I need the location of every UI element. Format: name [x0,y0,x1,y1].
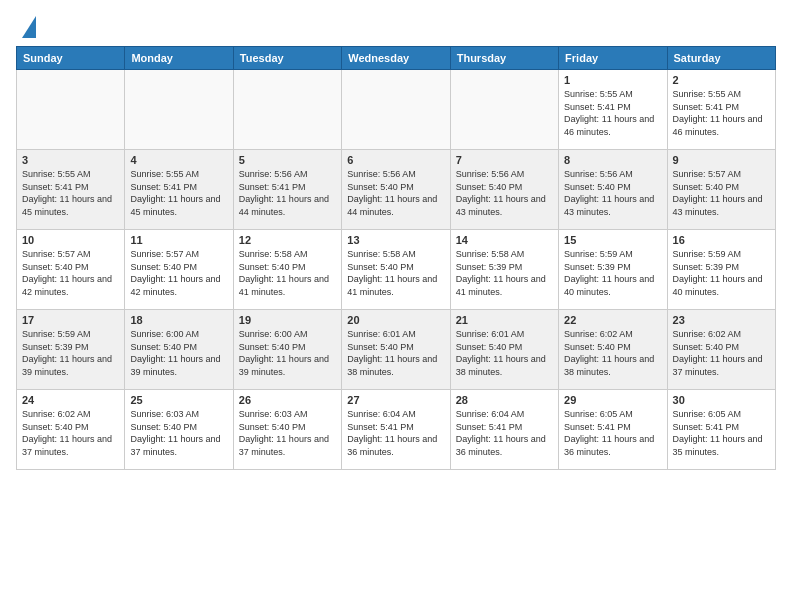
day-number: 11 [130,234,227,246]
day-info: Sunrise: 5:58 AM Sunset: 5:39 PM Dayligh… [456,248,553,298]
day-info: Sunrise: 6:05 AM Sunset: 5:41 PM Dayligh… [564,408,661,458]
day-info: Sunrise: 5:57 AM Sunset: 5:40 PM Dayligh… [673,168,770,218]
calendar-cell: 15Sunrise: 5:59 AM Sunset: 5:39 PM Dayli… [559,230,667,310]
day-number: 20 [347,314,444,326]
day-info: Sunrise: 5:55 AM Sunset: 5:41 PM Dayligh… [564,88,661,138]
day-number: 23 [673,314,770,326]
day-number: 7 [456,154,553,166]
day-info: Sunrise: 6:00 AM Sunset: 5:40 PM Dayligh… [130,328,227,378]
calendar-cell [342,70,450,150]
calendar-week-1: 1Sunrise: 5:55 AM Sunset: 5:41 PM Daylig… [17,70,776,150]
calendar-cell: 25Sunrise: 6:03 AM Sunset: 5:40 PM Dayli… [125,390,233,470]
day-number: 24 [22,394,119,406]
day-number: 14 [456,234,553,246]
page-header [16,16,776,38]
day-info: Sunrise: 6:03 AM Sunset: 5:40 PM Dayligh… [239,408,336,458]
day-info: Sunrise: 5:59 AM Sunset: 5:39 PM Dayligh… [564,248,661,298]
day-info: Sunrise: 6:01 AM Sunset: 5:40 PM Dayligh… [347,328,444,378]
day-number: 4 [130,154,227,166]
day-info: Sunrise: 5:56 AM Sunset: 5:40 PM Dayligh… [456,168,553,218]
day-info: Sunrise: 5:59 AM Sunset: 5:39 PM Dayligh… [673,248,770,298]
calendar-cell: 22Sunrise: 6:02 AM Sunset: 5:40 PM Dayli… [559,310,667,390]
day-number: 6 [347,154,444,166]
calendar-cell: 17Sunrise: 5:59 AM Sunset: 5:39 PM Dayli… [17,310,125,390]
calendar-week-3: 10Sunrise: 5:57 AM Sunset: 5:40 PM Dayli… [17,230,776,310]
day-number: 28 [456,394,553,406]
day-number: 5 [239,154,336,166]
day-number: 26 [239,394,336,406]
calendar-week-2: 3Sunrise: 5:55 AM Sunset: 5:41 PM Daylig… [17,150,776,230]
calendar-cell [125,70,233,150]
day-info: Sunrise: 5:57 AM Sunset: 5:40 PM Dayligh… [130,248,227,298]
calendar-cell: 7Sunrise: 5:56 AM Sunset: 5:40 PM Daylig… [450,150,558,230]
weekday-header-saturday: Saturday [667,47,775,70]
day-number: 27 [347,394,444,406]
weekday-header-tuesday: Tuesday [233,47,341,70]
day-info: Sunrise: 5:55 AM Sunset: 5:41 PM Dayligh… [130,168,227,218]
day-info: Sunrise: 6:05 AM Sunset: 5:41 PM Dayligh… [673,408,770,458]
day-info: Sunrise: 5:59 AM Sunset: 5:39 PM Dayligh… [22,328,119,378]
calendar-cell: 30Sunrise: 6:05 AM Sunset: 5:41 PM Dayli… [667,390,775,470]
calendar-cell: 13Sunrise: 5:58 AM Sunset: 5:40 PM Dayli… [342,230,450,310]
weekday-header-row: SundayMondayTuesdayWednesdayThursdayFrid… [17,47,776,70]
calendar-cell: 27Sunrise: 6:04 AM Sunset: 5:41 PM Dayli… [342,390,450,470]
calendar-cell: 26Sunrise: 6:03 AM Sunset: 5:40 PM Dayli… [233,390,341,470]
day-number: 12 [239,234,336,246]
day-number: 16 [673,234,770,246]
calendar-cell: 14Sunrise: 5:58 AM Sunset: 5:39 PM Dayli… [450,230,558,310]
day-number: 10 [22,234,119,246]
calendar-cell: 8Sunrise: 5:56 AM Sunset: 5:40 PM Daylig… [559,150,667,230]
day-number: 9 [673,154,770,166]
calendar-cell [17,70,125,150]
day-info: Sunrise: 5:56 AM Sunset: 5:41 PM Dayligh… [239,168,336,218]
day-info: Sunrise: 5:55 AM Sunset: 5:41 PM Dayligh… [673,88,770,138]
calendar-cell: 9Sunrise: 5:57 AM Sunset: 5:40 PM Daylig… [667,150,775,230]
calendar-cell: 18Sunrise: 6:00 AM Sunset: 5:40 PM Dayli… [125,310,233,390]
calendar-week-5: 24Sunrise: 6:02 AM Sunset: 5:40 PM Dayli… [17,390,776,470]
day-number: 25 [130,394,227,406]
weekday-header-sunday: Sunday [17,47,125,70]
calendar-cell: 5Sunrise: 5:56 AM Sunset: 5:41 PM Daylig… [233,150,341,230]
day-number: 1 [564,74,661,86]
day-number: 21 [456,314,553,326]
calendar-cell: 10Sunrise: 5:57 AM Sunset: 5:40 PM Dayli… [17,230,125,310]
logo [16,16,36,38]
calendar-cell: 11Sunrise: 5:57 AM Sunset: 5:40 PM Dayli… [125,230,233,310]
calendar-cell: 29Sunrise: 6:05 AM Sunset: 5:41 PM Dayli… [559,390,667,470]
day-info: Sunrise: 5:56 AM Sunset: 5:40 PM Dayligh… [347,168,444,218]
day-number: 30 [673,394,770,406]
day-info: Sunrise: 6:01 AM Sunset: 5:40 PM Dayligh… [456,328,553,378]
day-number: 17 [22,314,119,326]
day-number: 2 [673,74,770,86]
weekday-header-monday: Monday [125,47,233,70]
calendar-table: SundayMondayTuesdayWednesdayThursdayFrid… [16,46,776,470]
calendar-cell: 4Sunrise: 5:55 AM Sunset: 5:41 PM Daylig… [125,150,233,230]
calendar-cell: 23Sunrise: 6:02 AM Sunset: 5:40 PM Dayli… [667,310,775,390]
calendar-cell: 1Sunrise: 5:55 AM Sunset: 5:41 PM Daylig… [559,70,667,150]
day-info: Sunrise: 6:04 AM Sunset: 5:41 PM Dayligh… [456,408,553,458]
calendar-body: 1Sunrise: 5:55 AM Sunset: 5:41 PM Daylig… [17,70,776,470]
calendar-cell: 28Sunrise: 6:04 AM Sunset: 5:41 PM Dayli… [450,390,558,470]
day-info: Sunrise: 5:58 AM Sunset: 5:40 PM Dayligh… [347,248,444,298]
calendar-cell: 16Sunrise: 5:59 AM Sunset: 5:39 PM Dayli… [667,230,775,310]
weekday-header-wednesday: Wednesday [342,47,450,70]
day-info: Sunrise: 5:58 AM Sunset: 5:40 PM Dayligh… [239,248,336,298]
day-info: Sunrise: 5:57 AM Sunset: 5:40 PM Dayligh… [22,248,119,298]
logo-triangle-icon [22,16,36,38]
calendar-cell: 24Sunrise: 6:02 AM Sunset: 5:40 PM Dayli… [17,390,125,470]
day-number: 18 [130,314,227,326]
day-number: 22 [564,314,661,326]
day-number: 8 [564,154,661,166]
day-number: 15 [564,234,661,246]
calendar-cell: 3Sunrise: 5:55 AM Sunset: 5:41 PM Daylig… [17,150,125,230]
day-info: Sunrise: 5:55 AM Sunset: 5:41 PM Dayligh… [22,168,119,218]
day-info: Sunrise: 6:02 AM Sunset: 5:40 PM Dayligh… [564,328,661,378]
calendar-cell: 21Sunrise: 6:01 AM Sunset: 5:40 PM Dayli… [450,310,558,390]
day-info: Sunrise: 6:02 AM Sunset: 5:40 PM Dayligh… [22,408,119,458]
calendar-cell [233,70,341,150]
day-number: 3 [22,154,119,166]
calendar-cell: 20Sunrise: 6:01 AM Sunset: 5:40 PM Dayli… [342,310,450,390]
day-info: Sunrise: 6:02 AM Sunset: 5:40 PM Dayligh… [673,328,770,378]
day-number: 19 [239,314,336,326]
calendar-cell: 2Sunrise: 5:55 AM Sunset: 5:41 PM Daylig… [667,70,775,150]
